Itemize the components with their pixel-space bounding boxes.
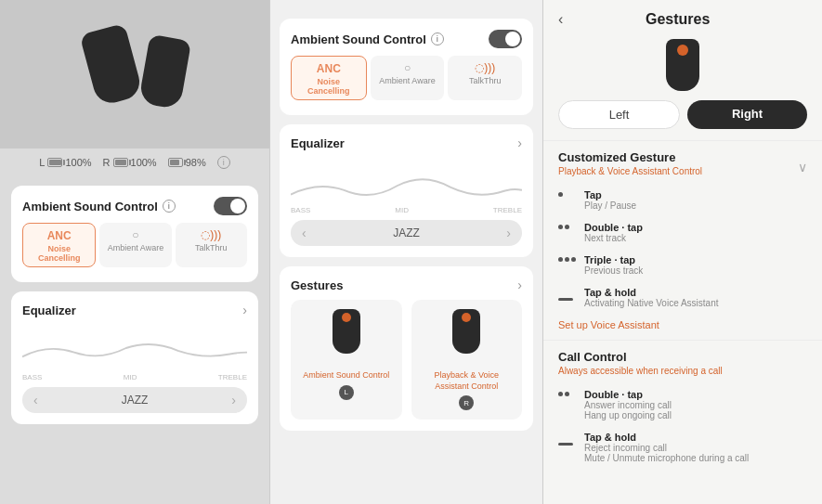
gesture-badge-r: R <box>459 395 474 410</box>
voice-assistant-link[interactable]: Set up Voice Assistant <box>558 319 807 330</box>
center-gestures-card: Gestures › Ambient Sound Control L <box>280 266 533 431</box>
gesture-earbud-right <box>443 309 489 365</box>
left-controls: Ambient Sound Control i ANC Noise Cancel… <box>0 176 269 443</box>
right-earbud-preview <box>543 39 822 91</box>
customized-title: Customized Gesture <box>558 150 702 164</box>
center-anc-tab[interactable]: ANC Noise Cancelling <box>291 56 367 100</box>
center-gestures-title: Gestures <box>291 278 343 292</box>
anc-icon: ANC <box>27 229 91 242</box>
center-prev-preset[interactable]: ‹ <box>302 226 307 240</box>
case-battery: 98% <box>168 157 206 168</box>
hold-dash-icon <box>558 298 573 301</box>
info-icon[interactable]: i <box>217 156 230 169</box>
dtap-dot-2 <box>565 225 569 229</box>
gesture-dot-left <box>342 313 351 322</box>
next-preset[interactable]: › <box>231 393 236 407</box>
eq-svg <box>22 325 247 371</box>
battery-info-bar: L 100% R 100% 98% i <box>0 149 269 176</box>
talkthru-tab[interactable]: ◌))) TalkThru <box>176 223 247 267</box>
eq-chevron[interactable]: › <box>242 303 247 317</box>
left-pct: 100% <box>65 157 91 168</box>
center-ambient-tab[interactable]: ○ Ambient Aware <box>371 56 445 100</box>
gesture-hold-row: Tap & hold Activating Native Voice Assis… <box>558 281 807 314</box>
center-ambient-header: Ambient Sound Control i <box>291 30 522 48</box>
customized-collapse-icon[interactable]: ∨ <box>798 160 807 174</box>
gesture-body-right <box>452 309 480 354</box>
tap-dots <box>558 189 584 197</box>
center-eq-chevron[interactable]: › <box>517 136 522 150</box>
double-tap-action: Next track <box>584 233 807 243</box>
ambient-toggle[interactable] <box>214 197 247 215</box>
anc-tab[interactable]: ANC Noise Cancelling <box>22 223 96 267</box>
center-talkthru-tab[interactable]: ◌))) TalkThru <box>448 56 522 100</box>
call-control-title: Call Control <box>558 350 807 364</box>
case-pct: 98% <box>186 157 206 168</box>
center-next-preset[interactable]: › <box>506 226 511 240</box>
gesture-triple-tap-row: Triple · tap Previous track <box>558 249 807 281</box>
center-ambient-title: Ambient Sound Control i <box>291 32 444 46</box>
talkthru-label: TalkThru <box>179 243 243 252</box>
center-info-icon[interactable]: i <box>431 32 444 45</box>
call-dtap-dot-2 <box>565 392 569 396</box>
right-label: R <box>103 157 111 168</box>
center-ambient-card: Ambient Sound Control i ANC Noise Cancel… <box>280 19 533 115</box>
earbuds-hero <box>0 0 269 149</box>
dtap-dot-1 <box>558 225 563 229</box>
ambient-info-icon[interactable]: i <box>163 200 176 213</box>
right-battery: R 100% <box>103 157 157 168</box>
ttap-dot-1 <box>558 257 563 262</box>
double-tap-dots <box>558 222 584 229</box>
mode-tabs: ANC Noise Cancelling ○ Ambient Aware ◌))… <box>22 223 247 267</box>
center-preset-label: JAZZ <box>393 226 420 239</box>
earbud-image <box>70 19 200 130</box>
center-anc-icon: ANC <box>295 62 362 75</box>
left-battery-icon <box>47 158 62 167</box>
gesture-label-ambient: Ambient Sound Control <box>300 370 393 381</box>
center-talkthru-label: TalkThru <box>451 76 518 85</box>
ambient-tab[interactable]: ○ Ambient Aware <box>99 223 171 267</box>
ambient-title: Ambient Sound Control i <box>22 200 176 213</box>
call-hold-dash-icon <box>558 443 573 446</box>
triple-tap-dots <box>558 254 584 262</box>
gesture-tap-row: Tap Play / Pause <box>558 184 807 216</box>
gesture-double-tap-row: Double · tap Next track <box>558 216 807 249</box>
prev-preset[interactable]: ‹ <box>33 393 38 407</box>
back-button[interactable]: ‹ <box>558 11 563 28</box>
center-ambient-icon: ○ <box>374 61 441 74</box>
gesture-card-right[interactable]: Playback & Voice Assistant Control R <box>411 300 523 420</box>
center-ambient-toggle[interactable] <box>489 30 522 48</box>
gesture-card-left[interactable]: Ambient Sound Control L <box>291 300 402 420</box>
center-jazz-control: ‹ JAZZ › <box>291 220 522 246</box>
left-label: L <box>39 157 45 168</box>
center-ambient-label: Ambient Aware <box>374 76 441 85</box>
call-double-tap-name: Double · tap <box>584 389 807 400</box>
right-ear-tab[interactable]: Right <box>687 100 807 129</box>
center-mode-tabs: ANC Noise Cancelling ○ Ambient Aware ◌))… <box>291 56 522 100</box>
center-talkthru-icon: ◌))) <box>451 61 518 74</box>
right-header: ‹ Gestures <box>543 0 822 35</box>
center-eq-title: Equalizer <box>291 136 345 150</box>
ttap-dot-2 <box>565 257 569 262</box>
ambient-sound-card: Ambient Sound Control i ANC Noise Cancel… <box>11 186 258 282</box>
call-mute-action: Mute / Unmute microphone during a call <box>584 453 807 463</box>
center-eq-svg <box>291 158 522 213</box>
case-battery-icon <box>168 158 183 167</box>
call-hold-name: Tap & hold <box>584 432 807 443</box>
ambient-label: Ambient Aware <box>103 243 167 252</box>
center-gestures-chevron[interactable]: › <box>517 278 522 292</box>
triple-tap-name: Triple · tap <box>584 254 807 265</box>
call-control-subtitle: Always accessible when receiving a call <box>558 366 807 376</box>
left-ear-tab[interactable]: Left <box>558 100 680 129</box>
triple-tap-info: Triple · tap Previous track <box>584 254 807 276</box>
tap-dot-1 <box>558 192 563 197</box>
eq-labels: BASS MID TREBLE <box>22 373 247 381</box>
tap-action: Play / Pause <box>584 200 807 211</box>
center-panel: Ambient Sound Control i ANC Noise Cancel… <box>269 0 543 504</box>
gesture-body-left <box>333 309 360 354</box>
talkthru-icon: ◌))) <box>179 228 243 241</box>
center-eq-curve <box>291 158 522 204</box>
hold-dots <box>558 287 584 301</box>
center-scroll[interactable]: Ambient Sound Control i ANC Noise Cancel… <box>280 9 533 504</box>
customized-gesture-section: Customized Gesture Playback & Voice Assi… <box>543 140 822 340</box>
customized-subtitle: Playback & Voice Assistant Control <box>558 166 702 176</box>
